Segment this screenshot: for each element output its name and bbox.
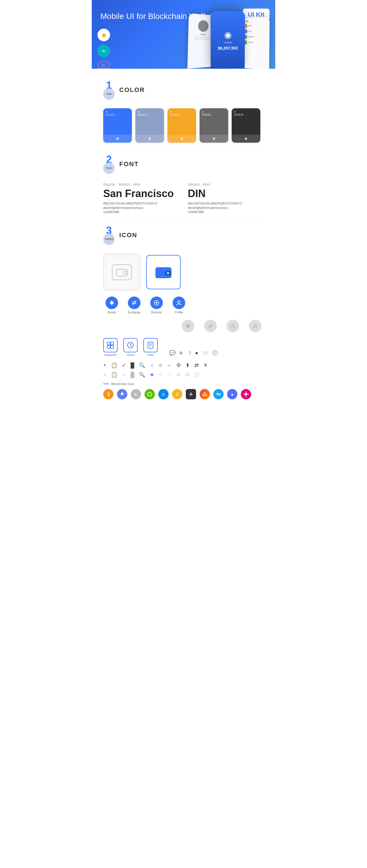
message-icon: 📨 <box>202 350 208 356</box>
svg-point-8 <box>156 302 158 304</box>
qr-gray-icon: █ <box>131 372 135 378</box>
plus-icon: + <box>103 362 106 368</box>
upload-icon: ⬆ <box>186 362 190 368</box>
swatch-blue: #3574FA <box>103 108 132 143</box>
font-din: Medium · Bold DIN ABCDEFGHIJKLMNOPQRSTUV… <box>188 183 264 214</box>
svg-point-35 <box>245 393 247 395</box>
crypto-icons-row: ₿ Ł D Z <box>103 389 264 399</box>
management-icon-col: Mangment <box>103 338 117 356</box>
list-gray-icon: 📋 <box>111 372 117 378</box>
assets-label: Assets <box>108 311 116 314</box>
close-icon: ✕ <box>203 362 207 368</box>
zcash-icon: Z <box>172 389 182 399</box>
forward-gray-icon: → <box>167 372 172 378</box>
btc-icon: ₿ <box>103 389 114 399</box>
photoshop-badge: Ps <box>97 45 110 57</box>
svg-point-9 <box>178 301 180 303</box>
eth-icon <box>117 389 127 399</box>
icon-section: 3 THREE ICON <box>92 223 275 408</box>
redo-gray-icon: ↺ <box>185 372 190 378</box>
icon-exchange-gray <box>202 320 219 332</box>
order-icon <box>143 338 158 352</box>
font-sf: Regular · Medium · Bold San Francisco AB… <box>103 183 179 214</box>
icon-exchange: Exchange <box>125 297 143 314</box>
exchange-icon <box>128 297 140 309</box>
svg-text:₿: ₿ <box>108 392 110 397</box>
order-icon-col: Order <box>143 338 158 356</box>
swatch-dark: #303030 <box>232 108 260 143</box>
color-header: 1 ONE COLOR <box>103 80 264 100</box>
chat-icon: 💬 <box>169 350 175 356</box>
icon-profile-gray <box>247 320 264 332</box>
icon-gray-group <box>103 320 264 332</box>
swatch-gray: #666666 <box>200 108 228 143</box>
small-icons-colored: + 📋 ✓ █ 🔍 ☆ < ← ⚙ ⬆ ⇄ ✕ <box>103 362 264 368</box>
order-label: Order <box>147 353 154 356</box>
management-label: Mangment <box>104 353 117 356</box>
color-section-number: 1 ONE <box>103 80 115 100</box>
gear-icon: ⚙ <box>176 362 181 368</box>
svg-marker-29 <box>147 392 152 396</box>
icon-nav-group: Assets Exchange <box>103 297 188 314</box>
info-gray-icon: ⓘ <box>194 371 199 378</box>
exchange-label: Exchange <box>128 311 140 314</box>
neo-icon <box>144 389 155 399</box>
svg-rect-17 <box>111 345 114 348</box>
list-icon: 📋 <box>111 362 117 368</box>
photoshop-icon: Ps <box>102 49 106 53</box>
sketch-icon: ◆ <box>102 31 106 39</box>
font-section-number: 2 TWO <box>103 154 115 174</box>
discover-gray-icon <box>227 320 239 332</box>
sketch-badge: ◆ <box>97 29 110 41</box>
font-header: 2 TWO FONT <box>103 154 264 174</box>
hero-section: Mobile UI for Blockchain Wallet UI Kit ◆… <box>92 0 275 69</box>
circle-icon: ● <box>195 350 198 356</box>
svg-point-38 <box>244 394 245 395</box>
color-swatches: #3574FA #8DA0C8 #F5A623 #666666 #303030 <box>103 108 264 143</box>
dash-icon: D <box>158 389 169 399</box>
resize-icon: ⇄ <box>194 362 199 368</box>
waves-icon <box>213 389 224 399</box>
history-label: History <box>126 353 135 356</box>
ltc-icon: Ł <box>131 389 141 399</box>
band-icon: ◆ <box>227 389 237 399</box>
qr-icon: █ <box>131 362 135 368</box>
svg-marker-10 <box>186 324 190 328</box>
misc-icons: 💬 ≡ ☽ ● 📨 ⓘ <box>169 349 218 356</box>
dot-icon <box>241 389 251 399</box>
share-icon: ← <box>167 362 172 368</box>
svg-rect-20 <box>148 342 153 348</box>
svg-point-19 <box>131 342 133 344</box>
icon-profile: Profile <box>170 297 188 314</box>
small-icons-gray: + 📋 ✓ █ 🔍 ★ < → ✕ ↺ ⓘ <box>103 371 264 378</box>
svg-point-12 <box>232 325 234 327</box>
back-icon: < <box>159 362 162 368</box>
back-gray-icon: < <box>159 372 162 378</box>
svg-point-37 <box>246 396 247 397</box>
svg-point-5 <box>167 272 169 274</box>
info-icon: ⓘ <box>213 349 218 356</box>
moon-icon: ☽ <box>187 350 191 356</box>
svg-rect-14 <box>107 342 110 345</box>
icon-discover-gray <box>224 320 242 332</box>
icon-wallet-blue <box>146 255 181 289</box>
svg-text:◆: ◆ <box>231 393 234 396</box>
assets-gray-icon <box>182 320 194 332</box>
profile-gray-icon <box>249 320 261 332</box>
svg-rect-16 <box>107 345 110 348</box>
assets-icon <box>106 297 118 309</box>
svg-point-13 <box>254 324 256 326</box>
icon-assets-gray <box>179 320 197 332</box>
icon-main-row: Assets Exchange <box>103 253 264 314</box>
nav-icons-group: Mangment History <box>103 338 264 356</box>
layers-icon: ≡ <box>179 350 182 356</box>
screens-count: 60+Screens <box>98 64 109 69</box>
color-section: 1 ONE COLOR #3574FA #8DA0C8 #F5A623 #666… <box>92 69 275 148</box>
font-grid: Regular · Medium · Bold San Francisco AB… <box>103 183 264 214</box>
star-icon: ☆ <box>150 362 154 368</box>
check-icon: ✓ <box>122 362 126 368</box>
ui-kit-badge: UI Kit <box>243 9 270 21</box>
history-icon <box>123 338 138 352</box>
exchange-gray-icon <box>204 320 217 332</box>
ark-icon <box>200 389 210 399</box>
